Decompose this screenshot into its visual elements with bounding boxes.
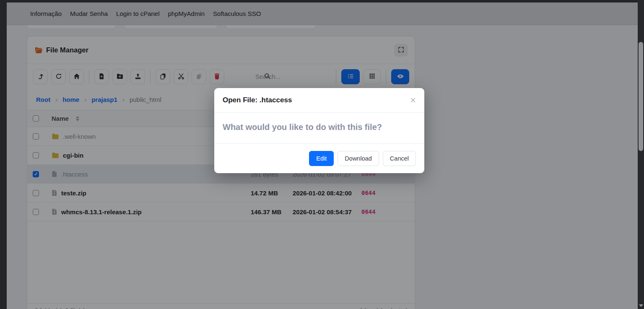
scrollbar-thumb[interactable] [639,42,643,151]
cancel-button[interactable]: Cancel [383,151,416,166]
scrollbar-down-arrow[interactable] [639,304,643,307]
download-button[interactable]: Download [338,151,379,166]
modal-footer: Edit Download Cancel [214,143,424,173]
modal-title: Open File: .htaccess [223,96,292,104]
modal-header: Open File: .htaccess × [214,88,424,113]
modal-body-text: What would you like to do with this file… [214,113,424,143]
close-icon[interactable]: × [410,95,416,105]
browser-scrollbar [638,0,644,309]
edit-button[interactable]: Edit [309,151,334,166]
open-file-modal: Open File: .htaccess × What would you li… [214,88,424,173]
